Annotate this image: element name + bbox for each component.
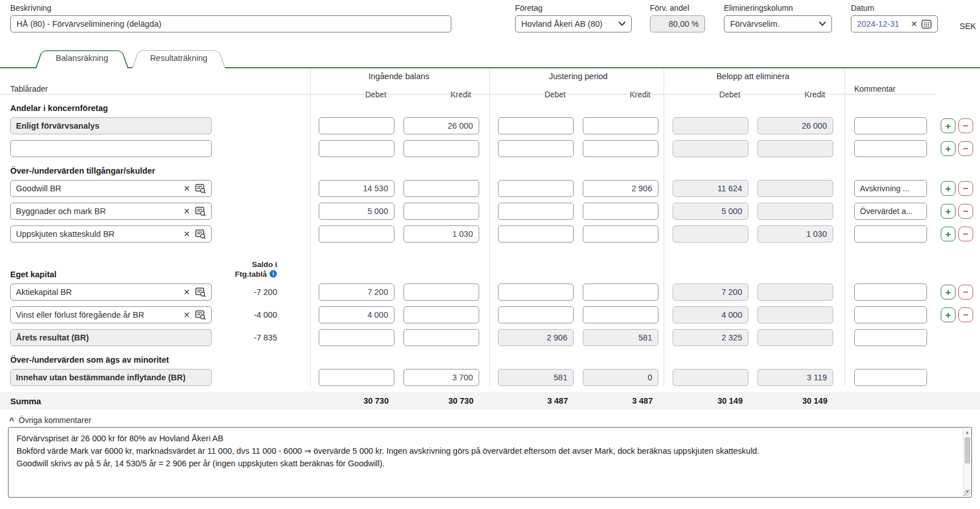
justering-kredit-input[interactable] [583,306,658,323]
add-row-button[interactable]: + [941,227,956,241]
date-input[interactable]: 2024-12-31 ✕ [851,15,938,32]
ib-debet-input[interactable]: 4 000 [319,306,394,323]
ingaende-balans-cell: 14 530 [310,180,489,197]
account-clear-icon[interactable]: ✕ [183,184,190,192]
comment-cell: Övervärdet a...+− [845,203,980,220]
add-row-button[interactable]: + [941,141,956,156]
remove-row-button[interactable]: − [958,307,973,322]
justering-debet-input[interactable] [498,225,574,243]
tab-resultatrakning[interactable]: Resultaträkning [132,47,225,68]
share-value: 80,00 % [669,19,699,28]
comment-input[interactable] [854,284,927,301]
account-lookup-icon[interactable] [195,310,206,320]
company-dropdown[interactable]: Hovland Åkeri AB (80) [515,15,632,32]
scroll-up-icon[interactable]: ▲ [965,429,970,436]
justering-period-cell [489,306,664,323]
ib-kredit-input[interactable] [403,329,479,346]
ib-debet-input[interactable] [319,369,394,386]
calendar-icon[interactable] [921,19,932,29]
account-input[interactable]: Aktiekapital BR✕ [10,284,212,301]
ingaende-balans-cell [310,329,489,346]
ib-kredit-input[interactable] [403,140,479,157]
ib-debet-input[interactable]: 14 530 [319,180,394,197]
comment-input[interactable] [854,117,927,134]
account-input-empty[interactable] [10,140,212,157]
justering-kredit-input[interactable] [583,203,658,220]
remove-row-button[interactable]: − [958,118,973,133]
justering-debet-input[interactable] [498,203,574,220]
elimination-column-field-group: Elimineringskolumn Förvärvselim. [724,3,832,32]
add-row-button[interactable]: + [941,204,956,219]
ib-debet-input[interactable]: 5 000 [319,203,394,220]
belopp-debet-field-value: 5 000 [722,207,742,216]
belopp-kredit-field: 1 030 [757,225,833,243]
ib-kredit-input[interactable] [403,203,479,220]
justering-debet-input[interactable] [498,306,574,323]
account-input[interactable]: Goodwill BR✕ [10,180,212,197]
account-clear-icon[interactable]: ✕ [183,230,190,238]
comment-input[interactable] [854,369,927,386]
add-row-button[interactable]: + [941,181,956,196]
add-row-button[interactable]: + [941,285,956,299]
account-clear-icon[interactable]: ✕ [183,207,190,215]
ib-debet-input[interactable] [319,329,394,346]
remove-row-button[interactable]: − [958,285,973,299]
justering-kredit-input[interactable] [583,140,658,157]
remove-row-button[interactable]: − [958,141,973,156]
remove-row-button[interactable]: − [958,181,973,196]
comment-input[interactable]: Övervärdet a... [854,203,927,220]
comment-input[interactable]: Avskrivning ... [854,180,927,197]
ib-kredit-input[interactable] [403,284,479,301]
info-icon[interactable]: i [269,270,277,278]
justering-debet-input[interactable] [498,284,574,301]
comment-input[interactable] [854,306,927,323]
account-clear-icon[interactable]: ✕ [183,288,190,296]
ib-kredit-input-value: 1 030 [452,229,473,239]
justering-kredit-input[interactable]: 2 906 [583,180,658,197]
account-lookup-icon[interactable] [195,184,206,194]
ib-debet-input[interactable]: 7 200 [319,284,394,301]
remove-row-button[interactable]: − [958,204,973,219]
kredit-header: Kredit [757,90,833,99]
justering-kredit-input[interactable] [583,284,658,301]
scrollbar-thumb[interactable] [965,437,970,463]
justering-kredit-input[interactable] [583,117,658,134]
scrollbar[interactable]: ▲ ▼ [963,428,971,496]
ib-kredit-input[interactable]: 3 700 [403,369,479,386]
remove-row-button[interactable]: − [958,227,973,241]
description-input[interactable]: HÅ (80) - Förvärvseliminering (delägda) [10,15,451,32]
add-row-button[interactable]: + [941,118,956,133]
account-input[interactable]: Byggnader och mark BR✕ [10,203,212,220]
account-lookup-icon[interactable] [195,229,206,239]
justering-debet-input[interactable] [498,140,574,157]
account-input[interactable]: Uppskjuten skatteskuld BR✕ [10,225,212,243]
account-lookup-icon[interactable] [195,288,206,297]
account-lookup-icon[interactable] [195,207,206,216]
comment-input[interactable] [854,140,927,157]
row-buttons: +− [941,181,973,196]
ib-kredit-input[interactable] [403,306,479,323]
comment-cell: +− [845,117,980,134]
account-clear-icon[interactable]: ✕ [183,311,190,319]
add-row-button[interactable]: + [941,307,956,322]
ib-debet-input[interactable] [319,225,394,243]
justering-debet-input[interactable] [498,180,574,197]
justering-debet-input[interactable] [498,117,574,134]
ib-kredit-input[interactable]: 26 000 [403,117,479,134]
clear-date-icon[interactable]: ✕ [911,20,917,28]
ib-debet-input[interactable] [319,140,394,157]
justering-kredit-input[interactable] [583,225,658,243]
comment-input[interactable] [854,329,927,346]
ib-kredit-input[interactable]: 1 030 [403,225,479,243]
belopp-debet-field [673,369,748,386]
other-comments-textarea[interactable]: Förvärvspriset är 26 000 kr för 80% av H… [8,427,972,498]
comment-input[interactable] [854,225,927,243]
ib-kredit-input[interactable] [403,180,479,197]
ib-debet-input[interactable] [319,117,394,134]
tab-balansrakning[interactable]: Balansräkning [35,47,129,68]
elimination-column-dropdown[interactable]: Förvärvselim. [724,15,832,32]
belopp-kredit-field-value: 26 000 [802,121,827,130]
account-input[interactable]: Vinst eller förlust föregående år BR✕ [10,306,212,323]
other-comments-toggle[interactable]: ^ Övriga kommentarer [9,416,980,425]
resize-handle[interactable] [964,490,970,496]
